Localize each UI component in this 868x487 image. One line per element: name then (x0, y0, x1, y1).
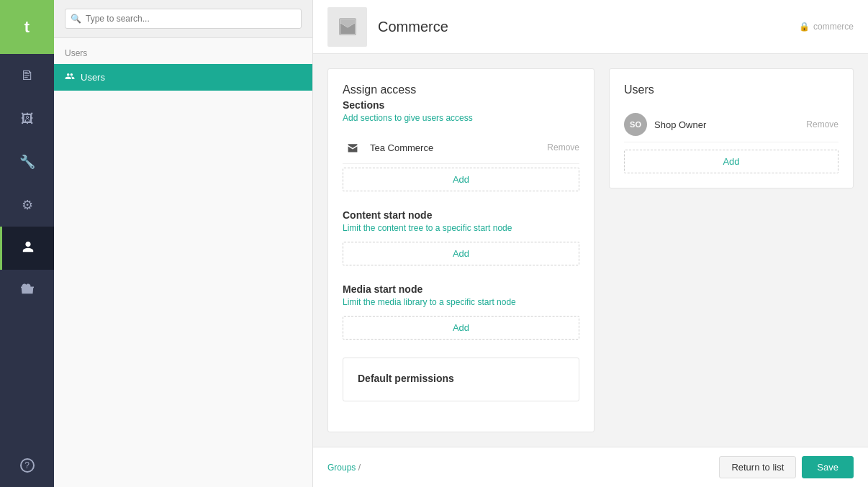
sections-title: Sections (343, 99, 579, 111)
content-start-node-block: Content start node Limit the content tre… (343, 209, 579, 265)
users-card: Users SO Shop Owner Remove Add (609, 68, 854, 188)
lock-icon: 🔒 (799, 22, 810, 32)
default-permissions-title: Default permissions (358, 373, 564, 384)
nav-packages[interactable] (0, 270, 54, 313)
user-item-shop-owner: SO Shop Owner Remove (624, 107, 838, 142)
rail: t 🖹 🖼 🔧 ⚙ ? (0, 0, 54, 487)
nav-users[interactable] (0, 227, 54, 270)
sidebar-item-users[interactable]: Users (54, 64, 312, 91)
content-start-node-subtitle: Limit the content tree to a specific sta… (343, 223, 579, 233)
content-start-node-title: Content start node (343, 209, 579, 221)
section-item-tea-commerce: Tea Commerce Remove (343, 132, 579, 164)
search-input[interactable] (65, 9, 302, 29)
tea-commerce-label: Tea Commerce (370, 142, 540, 153)
avatar-initials: SO (630, 120, 641, 129)
users-card-title: Users (624, 83, 838, 96)
nav-help[interactable]: ? (0, 444, 54, 487)
sidebar-section-title: Users (54, 38, 312, 64)
lock-label: commerce (813, 22, 854, 32)
save-button[interactable]: Save (802, 456, 854, 478)
nav-media[interactable]: 🖼 (0, 97, 54, 140)
footer-actions: Return to list Save (719, 456, 854, 478)
media-start-node-title: Media start node (343, 283, 579, 295)
sections-add-button[interactable]: Add (343, 168, 579, 191)
assign-access-title: Assign access (343, 83, 579, 96)
content-start-node-add-button[interactable]: Add (343, 242, 579, 265)
return-to-list-button[interactable]: Return to list (719, 456, 796, 478)
media-start-node-add-button[interactable]: Add (343, 316, 579, 340)
wrench-icon: 🔧 (19, 154, 35, 170)
main-header: Commerce 🔒 commerce (313, 0, 868, 54)
nav-settings[interactable]: ⚙ (0, 183, 54, 227)
user-name-shop-owner: Shop Owner (654, 119, 799, 130)
breadcrumb-groups-link[interactable]: Groups (327, 463, 356, 473)
user-icon (22, 240, 35, 257)
nav-content[interactable]: 🖹 (0, 54, 54, 97)
sections-block: Sections Add sections to give users acce… (343, 99, 579, 191)
breadcrumb-separator: / (358, 463, 361, 473)
package-icon (21, 283, 34, 300)
media-start-node-subtitle: Limit the media library to a specific st… (343, 297, 579, 307)
default-permissions-card: Default permissions (343, 358, 579, 401)
document-icon: 🖹 (21, 68, 34, 83)
help-icon: ? (20, 458, 35, 473)
users-add-button[interactable]: Add (624, 150, 838, 173)
main-content: Commerce 🔒 commerce Assign access Sectio… (313, 0, 868, 487)
main-body: Assign access Sections Add sections to g… (313, 54, 868, 447)
assign-access-card: Assign access Sections Add sections to g… (327, 68, 595, 432)
tea-commerce-icon (343, 137, 363, 158)
user-remove-shop-owner[interactable]: Remove (806, 119, 838, 129)
sidebar: 🔍 Users Users (54, 0, 313, 487)
image-icon: 🖼 (21, 111, 34, 127)
sections-subtitle: Add sections to give users access (343, 113, 579, 123)
gear-icon: ⚙ (22, 197, 33, 213)
header-icon (327, 7, 367, 47)
footer: Groups / Return to list Save (313, 447, 868, 487)
logo-letter: t (24, 18, 30, 37)
users-icon (65, 71, 75, 83)
search-icon: 🔍 (71, 14, 81, 24)
avatar-shop-owner: SO (624, 113, 647, 136)
breadcrumb: Groups / (327, 463, 361, 473)
sidebar-item-label: Users (81, 72, 105, 83)
nav-settings-tools[interactable]: 🔧 (0, 140, 54, 183)
app-logo[interactable]: t (0, 0, 54, 54)
sidebar-search-area: 🔍 (54, 0, 312, 38)
header-lock: 🔒 commerce (799, 22, 854, 32)
header-title: Commerce (378, 19, 799, 35)
tea-commerce-remove[interactable]: Remove (547, 142, 579, 153)
media-start-node-block: Media start node Limit the media library… (343, 283, 579, 340)
